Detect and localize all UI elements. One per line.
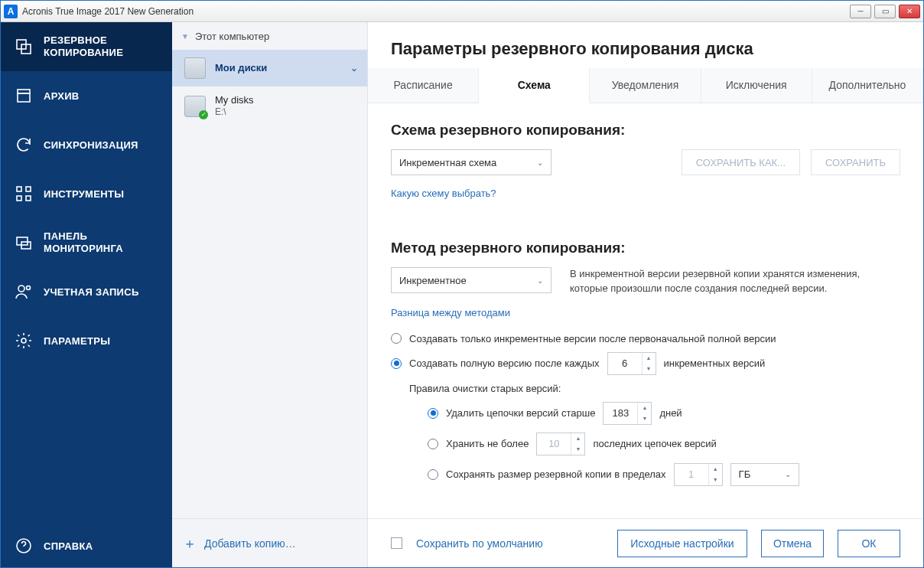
spinner-down[interactable]: ▼: [571, 444, 584, 455]
sidebar-item-label: СИНХРОНИЗАЦИЯ: [44, 139, 138, 151]
sidebar-item-sync[interactable]: СИНХРОНИЗАЦИЯ: [1, 120, 172, 169]
radio-full-after-n[interactable]: [391, 358, 402, 369]
spinner-size[interactable]: 1▲▼: [674, 463, 723, 486]
spinner-incremental-count[interactable]: 6▲▼: [607, 352, 656, 375]
scheme-help-link[interactable]: Какую схему выбрать?: [391, 188, 496, 199]
backup-item-subtitle: E:\: [215, 106, 358, 118]
scheme-section-title: Схема резервного копирования:: [391, 122, 900, 139]
spinner-up[interactable]: ▲: [638, 403, 651, 413]
backup-item-title: Мои диски: [215, 62, 341, 74]
svg-rect-4: [17, 187, 21, 191]
chevron-down-icon: ⌄: [537, 158, 543, 167]
sidebar-item-label: ИНСТРУМЕНТЫ: [44, 188, 124, 200]
window-title: Acronis True Image 2017 New Generation: [22, 6, 850, 17]
disk-icon: [184, 57, 206, 79]
cleanup-rules-title: Правила очистки старых версий:: [409, 383, 900, 394]
svg-rect-6: [17, 196, 21, 201]
tab-notifications[interactable]: Уведомления: [590, 68, 701, 103]
sidebar-item-help[interactable]: СПРАВКА: [1, 524, 172, 567]
chevron-down-icon: ▼: [181, 32, 189, 41]
defaults-button[interactable]: Исходные настройки: [617, 530, 747, 557]
spinner-down[interactable]: ▼: [709, 475, 722, 485]
method-select[interactable]: Инкрементное ⌄: [391, 267, 551, 293]
tab-schedule[interactable]: Расписание: [368, 68, 479, 103]
sidebar-item-account[interactable]: УЧЕТНАЯ ЗАПИСЬ: [1, 267, 172, 316]
add-backup-button[interactable]: ＋ Добавить копию…: [172, 518, 367, 567]
tools-icon: [15, 184, 33, 203]
backup-item-my-disks-ru[interactable]: Мои диски ⌄: [172, 50, 367, 87]
chevron-down-icon: ⌄: [350, 63, 358, 73]
plus-icon: ＋: [183, 534, 197, 553]
radio-label: Удалить цепочки версий старше: [446, 407, 595, 419]
chevron-down-icon: ⌄: [785, 470, 791, 478]
sidebar-item-backup[interactable]: РЕЗЕРВНОЕ КОПИРОВАНИЕ: [1, 22, 172, 71]
tab-scheme[interactable]: Схема: [479, 68, 590, 103]
save-default-label: Сохранить по умолчанию: [416, 537, 543, 550]
sidebar-item-tools[interactable]: ИНСТРУМЕНТЫ: [1, 169, 172, 218]
radio-label: Сохранять размер резервной копии в преде…: [446, 468, 666, 480]
scheme-select-value: Инкрементная схема: [399, 157, 496, 168]
radio-label-suffix: последних цепочек версий: [593, 438, 717, 449]
radio-label: Создавать только инкрементные версии пос…: [409, 333, 776, 344]
spinner-days[interactable]: 183▲▼: [603, 402, 652, 425]
minimize-button[interactable]: ─: [850, 5, 871, 18]
spinner-up[interactable]: ▲: [643, 353, 656, 364]
radio-label-suffix: инкрементных версий: [664, 357, 766, 369]
svg-rect-7: [26, 196, 31, 201]
sidebar-item-label: УЧЕТНАЯ ЗАПИСЬ: [44, 286, 139, 298]
main-panel: Параметры резервного копирования диска Р…: [368, 22, 923, 567]
sidebar: РЕЗЕРВНОЕ КОПИРОВАНИЕ АРХИВ СИНХРОНИЗАЦИ…: [1, 22, 172, 567]
main-header: Параметры резервного копирования диска: [368, 22, 923, 68]
size-unit-select[interactable]: ГБ ⌄: [730, 463, 799, 486]
help-icon: [15, 537, 33, 555]
sidebar-item-label: ПАНЕЛЬ МОНИТОРИНГА: [44, 230, 158, 256]
spinner-up[interactable]: ▲: [571, 433, 584, 444]
backup-item-title: My disks: [215, 94, 358, 106]
svg-rect-5: [26, 187, 31, 191]
sidebar-item-label: РЕЗЕРВНОЕ КОПИРОВАНИЕ: [44, 34, 158, 60]
radio-delete-older[interactable]: [428, 408, 438, 419]
sidebar-item-archive[interactable]: АРХИВ: [1, 71, 172, 120]
window-controls: ─ ▭ ✕: [850, 5, 920, 18]
backup-icon: [15, 38, 33, 56]
radio-label-suffix: дней: [659, 407, 682, 419]
cancel-button[interactable]: Отмена: [761, 530, 824, 557]
backup-list-title: Этот компьютер: [195, 31, 269, 42]
method-description: В инкрементной версии резервной копии хр…: [570, 267, 900, 296]
disk-icon: ✓: [184, 96, 206, 117]
chevron-down-icon: ⌄: [537, 276, 543, 285]
scheme-select[interactable]: Инкрементная схема ⌄: [391, 149, 551, 175]
check-icon: ✓: [199, 110, 208, 119]
ok-button[interactable]: ОК: [838, 530, 900, 557]
maximize-button[interactable]: ▭: [874, 5, 896, 18]
svg-rect-3: [18, 93, 30, 102]
sidebar-item-dashboard[interactable]: ПАНЕЛЬ МОНИТОРИНГА: [1, 218, 172, 267]
method-select-value: Инкрементное: [399, 275, 467, 286]
method-diff-link[interactable]: Разница между методами: [391, 307, 510, 318]
sidebar-item-label: СПРАВКА: [44, 540, 93, 552]
radio-keep-size[interactable]: [428, 469, 438, 480]
close-button[interactable]: ✕: [899, 5, 920, 18]
save-button[interactable]: СОХРАНИТЬ: [811, 149, 900, 175]
tab-exclusions[interactable]: Исключения: [701, 68, 812, 103]
svg-rect-8: [17, 237, 28, 245]
spinner-up[interactable]: ▲: [709, 464, 722, 475]
spinner-down[interactable]: ▼: [643, 364, 656, 374]
archive-icon: [15, 87, 33, 105]
backup-item-my-disks-en[interactable]: ✓ My disks E:\: [172, 87, 367, 126]
backup-list-header[interactable]: ▼ Этот компьютер: [172, 22, 367, 50]
sidebar-item-settings[interactable]: ПАРАМЕТРЫ: [1, 316, 172, 365]
radio-label: Хранить не более: [446, 438, 529, 449]
tab-advanced[interactable]: Дополнительно: [812, 68, 923, 103]
size-unit-value: ГБ: [739, 468, 751, 480]
gear-icon: [15, 331, 33, 350]
spinner-down[interactable]: ▼: [638, 413, 651, 424]
save-default-checkbox[interactable]: [391, 537, 402, 549]
spinner-chains[interactable]: 10▲▼: [536, 433, 585, 455]
svg-point-12: [21, 338, 26, 343]
dashboard-icon: [15, 233, 33, 252]
save-as-button[interactable]: СОХРАНИТЬ КАК...: [682, 149, 800, 175]
svg-point-10: [18, 286, 24, 292]
radio-only-incremental[interactable]: [391, 333, 402, 344]
radio-keep-last-n[interactable]: [428, 439, 438, 449]
